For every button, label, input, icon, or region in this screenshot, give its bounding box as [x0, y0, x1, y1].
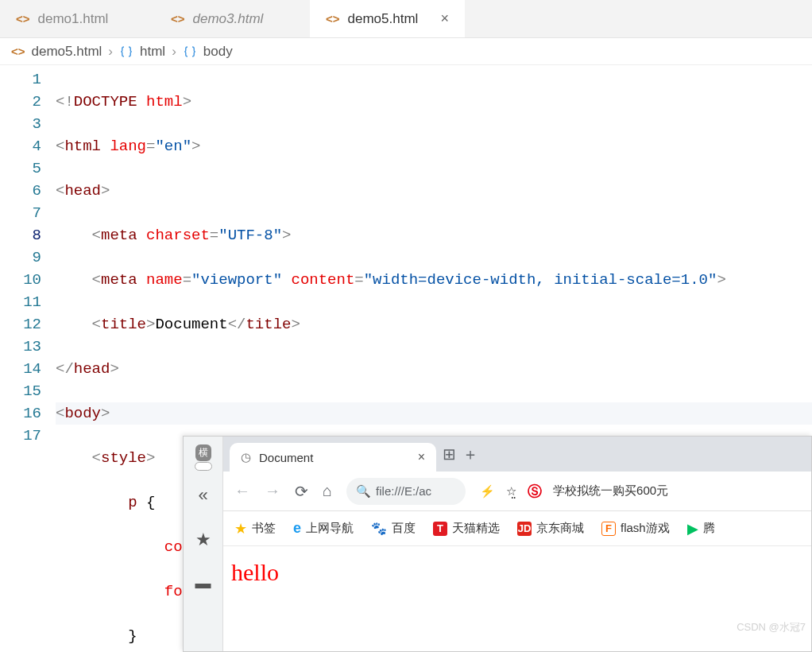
- e-icon: e: [293, 520, 301, 537]
- line-number: 10: [0, 269, 41, 291]
- line-number: 4: [0, 135, 41, 157]
- line-number: 13: [0, 336, 41, 358]
- editor-tab[interactable]: <> demo1.html: [0, 0, 155, 37]
- tab-label: demo3.html: [193, 11, 264, 27]
- flash-game-icon: F: [601, 522, 616, 536]
- sogou-icon[interactable]: Ⓢ: [528, 482, 542, 501]
- breadcrumb-seg[interactable]: body: [203, 44, 233, 60]
- line-number: 3: [0, 113, 41, 135]
- line-gutter: 1 2 3 4 5 6 7 8 9 10 11 12 13 14 15 16 1…: [0, 65, 56, 652]
- line-number: 5: [0, 157, 41, 180]
- star-icon: ★: [234, 520, 247, 538]
- line-number: 17: [0, 425, 41, 447]
- new-tab-icon[interactable]: ＋: [462, 444, 478, 465]
- line-number: 14: [0, 358, 41, 380]
- forward-icon[interactable]: →: [265, 482, 280, 500]
- tmall-icon: T: [433, 522, 447, 536]
- line-number: 12: [0, 313, 41, 336]
- close-icon[interactable]: ×: [418, 450, 425, 464]
- page-paragraph: hello: [231, 559, 803, 586]
- browser-sidebar: 横 « ★ ▬: [184, 437, 223, 651]
- bookmark[interactable]: JD京东商城: [517, 521, 584, 536]
- browser-toolbar: ← → ⟳ ⌂ 🔍 file:///E:/ac ⚡ ☆̤ Ⓢ 学校拟统一购买60…: [223, 472, 811, 511]
- editor-tab-bar: <> demo1.html <> demo3.html <> demo5.htm…: [0, 0, 812, 38]
- html-file-icon: <>: [16, 12, 30, 25]
- braces-icon: [119, 45, 133, 59]
- tab-label: demo1.html: [38, 11, 109, 27]
- globe-icon: ◷: [241, 450, 251, 464]
- tab-label: demo5.html: [348, 11, 419, 27]
- search-icon: 🔍: [356, 484, 371, 499]
- browser-tab-title: Document: [259, 451, 313, 464]
- bookmark[interactable]: T天猫精选: [433, 521, 500, 536]
- line-number: 7: [0, 202, 41, 224]
- bookmark[interactable]: 🐾百度: [371, 521, 416, 536]
- bookmark[interactable]: ▶腾: [687, 520, 715, 538]
- back-icon[interactable]: ←: [234, 482, 250, 500]
- jd-icon: JD: [517, 522, 532, 536]
- line-number: 16: [0, 402, 41, 425]
- html-file-icon: <>: [171, 12, 185, 25]
- promo-text[interactable]: 学校拟统一购买600元: [553, 483, 668, 499]
- favorite-icon[interactable]: ☆̤: [506, 484, 516, 499]
- extensions-icon[interactable]: ⊞: [443, 444, 456, 464]
- line-number: 2: [0, 91, 41, 113]
- flash-icon[interactable]: ⚡: [480, 484, 495, 499]
- breadcrumb-file[interactable]: demo5.html: [32, 44, 102, 60]
- sidebar-orientation-pill[interactable]: 横: [195, 444, 211, 461]
- breadcrumb-seg[interactable]: html: [140, 44, 165, 60]
- html-file-icon: <>: [326, 12, 340, 25]
- line-number: 6: [0, 180, 41, 202]
- baidu-icon: 🐾: [371, 521, 387, 536]
- collapse-left-icon[interactable]: «: [198, 485, 207, 506]
- line-number-current: 8: [0, 224, 41, 246]
- bookmarks-bar: ★书签 e上网导航 🐾百度 T天猫精选 JD京东商城 Fflash游戏 ▶腾: [223, 511, 811, 546]
- browser-tab[interactable]: ◷ Document ×: [230, 443, 436, 472]
- braces-icon: [183, 45, 197, 59]
- browser-window: 横 « ★ ▬ ◷ Document × ⊞ ＋ ← → ⟳ ⌂ 🔍 file:…: [183, 436, 812, 652]
- home-icon[interactable]: ⌂: [323, 482, 332, 500]
- html-file-icon: <>: [11, 45, 25, 58]
- chevron-right-icon: ›: [172, 44, 176, 60]
- line-number: 9: [0, 246, 41, 269]
- line-number: 15: [0, 380, 41, 402]
- bookmark[interactable]: ★书签: [234, 520, 276, 538]
- address-text: file:///E:/ac: [376, 484, 431, 498]
- watermark: CSDN @水冠7: [737, 620, 806, 635]
- editor-tab[interactable]: <> demo3.html: [155, 0, 310, 37]
- page-viewport: hello: [223, 546, 811, 651]
- chevron-right-icon: ›: [108, 44, 113, 60]
- tencent-icon: ▶: [687, 520, 698, 538]
- reload-icon[interactable]: ⟳: [295, 482, 308, 501]
- breadcrumb: <> demo5.html › html › body: [0, 38, 812, 65]
- browser-tab-strip: ◷ Document × ⊞ ＋: [223, 437, 811, 472]
- line-number: 11: [0, 291, 41, 313]
- line-number: 1: [0, 68, 41, 91]
- close-icon[interactable]: ×: [440, 10, 449, 27]
- editor-tab-active[interactable]: <> demo5.html ×: [310, 0, 465, 37]
- folder-icon[interactable]: ▬: [195, 574, 211, 592]
- bookmark[interactable]: e上网导航: [293, 520, 354, 537]
- star-outline-icon[interactable]: ★: [195, 530, 211, 550]
- bookmark[interactable]: Fflash游戏: [601, 521, 670, 536]
- address-bar[interactable]: 🔍 file:///E:/ac: [346, 478, 466, 505]
